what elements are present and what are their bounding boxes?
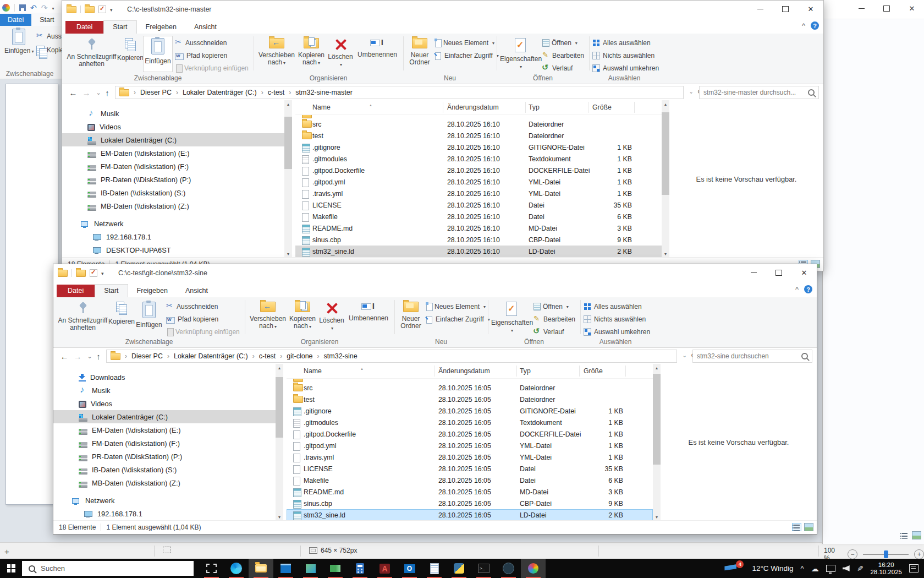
copy-path-button[interactable]: Pfad kopieren [166, 314, 218, 325]
address-dropdown-icon[interactable] [683, 352, 687, 358]
properties-check-icon[interactable] [90, 269, 97, 277]
sidebar-item[interactable]: FM-Daten (\\diskstation) (F:) [62, 160, 284, 173]
taskbar-app-paint[interactable] [521, 559, 546, 578]
search-input[interactable]: stm32-sine durchsuchen [692, 350, 812, 363]
address-dropdown-icon[interactable] [689, 89, 694, 95]
taskbar-app-python[interactable] [447, 559, 471, 578]
close-button[interactable] [798, 1, 823, 17]
history-button[interactable]: Verlauf [533, 326, 564, 337]
select-all-button[interactable]: Alles auswählen [592, 37, 651, 48]
taskbar-app-explorer[interactable] [249, 559, 273, 578]
invert-selection-button[interactable]: Auswahl umkehren [592, 63, 659, 74]
tray-expand-icon[interactable] [801, 564, 804, 572]
sidebar-item[interactable]: FM-Daten (\\diskstation) (F:) [53, 437, 276, 450]
file-row[interactable]: .gitignore 28.10.2025 16:05 GITIGNORE-Da… [287, 405, 653, 417]
column-name[interactable]: Name [312, 103, 331, 111]
copy-to-button[interactable]: Kopierennach▾ [287, 300, 318, 335]
close-button[interactable] [899, 0, 924, 17]
new-item-button[interactable]: Neues Element▾ [425, 301, 486, 312]
copy-button[interactable]: Kopieren [108, 300, 135, 335]
start-button[interactable] [0, 559, 22, 578]
breadcrumb-item[interactable]: Lokaler Datenträger (C:) [172, 89, 257, 96]
file-row[interactable]: .gitpod.yml 28.10.2025 16:10 YML-Datei 1… [295, 176, 662, 188]
close-button[interactable] [791, 264, 817, 281]
sidebar-item[interactable]: Videos [62, 120, 284, 133]
list-scrollbar[interactable] [653, 364, 661, 521]
sidebar-item[interactable]: Lokaler Datenträger (C:) [53, 410, 276, 423]
back-button[interactable] [59, 350, 70, 362]
forward-button[interactable] [81, 86, 92, 99]
nav-scrollbar[interactable] [276, 364, 283, 521]
pen-icon[interactable] [857, 564, 864, 573]
zoom-out-button[interactable]: − [848, 549, 857, 559]
breadcrumb[interactable]: Dieser PCLokaler Datenträger (C:)c-tests… [115, 86, 684, 99]
breadcrumb-item[interactable]: Dieser PC [120, 352, 163, 360]
column-name[interactable]: Name [304, 367, 322, 375]
cut-button[interactable]: Ausschneiden [175, 37, 227, 48]
search-input[interactable]: stm32-sine-master durchsuch... [699, 86, 819, 99]
sidebar-item[interactable]: Netzwerk [62, 217, 284, 230]
minimize-button[interactable] [849, 0, 874, 17]
file-row[interactable]: test 28.10.2025 16:10 Dateiordner [295, 130, 662, 141]
taskbar-app-photos[interactable] [298, 559, 323, 578]
properties-button[interactable]: Eigenschaften▾ [491, 300, 532, 335]
sidebar-item[interactable]: Musik [62, 107, 284, 120]
volume-icon[interactable] [843, 565, 850, 571]
sidebar-item[interactable]: PR-Daten (\\DiskStation) (P:) [53, 450, 276, 463]
nav-scrollbar[interactable] [284, 100, 292, 258]
file-row[interactable]: .gitignore 28.10.2025 16:10 GITIGNORE-Da… [295, 141, 662, 153]
sidebar-item[interactable]: Lokaler Datenträger (C:) [62, 133, 284, 146]
collapse-ribbon-icon[interactable] [802, 21, 805, 30]
taskbar-app-window[interactable] [273, 559, 298, 578]
breadcrumb-item[interactable]: stm32-sine-master [284, 89, 353, 96]
taskbar-app-calculator[interactable] [348, 559, 372, 578]
tab-freigeben[interactable]: Freigeben [137, 21, 185, 34]
paste-shortcut-button[interactable]: Verknüpfung einfügen [166, 326, 240, 337]
large-icons-view-button[interactable] [912, 531, 921, 539]
paint-paste-button[interactable]: Einfügen▾ [4, 29, 33, 54]
taskbar-app-browser[interactable] [496, 559, 521, 578]
paint-tab-datei[interactable]: Datei [0, 14, 31, 26]
move-to-button[interactable]: Verschiebennach▾ [258, 36, 295, 72]
undo-icon[interactable] [30, 3, 37, 12]
paste-shortcut-button[interactable]: Verknüpfung einfügen [175, 63, 249, 74]
new-folder-button[interactable]: NeuerOrdner [397, 300, 425, 335]
taskbar-app-snip[interactable] [199, 559, 224, 578]
sidebar-item[interactable]: Musik [53, 384, 276, 397]
edit-button[interactable]: Bearbeiten [533, 314, 575, 325]
details-view-button[interactable] [792, 523, 801, 531]
taskbar-app-terminal[interactable] [471, 559, 496, 578]
file-row[interactable]: .gitmodules 28.10.2025 16:05 Textdokumen… [287, 417, 653, 428]
details-view-button[interactable] [900, 531, 909, 539]
breadcrumb-item[interactable]: Dieser PC [129, 89, 172, 96]
file-row[interactable]: stm32_sine.ld 28.10.2025 16:10 LD-Datei … [295, 246, 662, 257]
column-type[interactable]: Typ [520, 367, 531, 375]
network-icon[interactable] [826, 565, 835, 572]
taskbar-app-outlook[interactable] [397, 559, 422, 578]
paste-button[interactable]: Einfügen [144, 36, 172, 72]
copy-button[interactable]: Kopieren [117, 36, 144, 72]
tab-ansicht[interactable]: Ansicht [185, 21, 226, 34]
paint-tab-start[interactable]: Start [31, 14, 62, 26]
taskbar-search-input[interactable]: Suchen [22, 561, 194, 576]
tab-datei[interactable]: Datei [57, 285, 95, 297]
history-button[interactable]: Verlauf [542, 63, 573, 74]
redo-icon[interactable] [41, 3, 48, 12]
taskbar-app-document[interactable] [422, 559, 447, 578]
quick-access-folder-icon[interactable] [85, 6, 95, 13]
sidebar-item[interactable]: MB-Daten (\\diskstation) (Z:) [62, 199, 284, 212]
copy-path-button[interactable]: Pfad kopieren [175, 50, 227, 61]
sidebar-item[interactable]: DESKTOP-IUPA6ST [62, 243, 284, 257]
sidebar-item[interactable]: 192.168.178.1 [62, 230, 284, 243]
breadcrumb[interactable]: Dieser PCLokaler Datenträger (C:)c-testg… [106, 350, 677, 363]
file-row[interactable]: README.md 28.10.2025 16:05 MD-Datei 3 KB [287, 486, 653, 498]
pin-quickaccess-button[interactable]: An Schnellzugriffanheften [65, 36, 118, 72]
easy-access-button[interactable]: Einfacher Zugriff▾ [425, 314, 490, 325]
file-row[interactable]: test 28.10.2025 16:05 Dateiordner [287, 394, 653, 405]
file-row[interactable]: src 28.10.2025 16:05 Dateiordner [287, 382, 653, 394]
easy-access-button[interactable]: Einfacher Zugriff▾ [434, 50, 499, 61]
column-size[interactable]: Größe [592, 103, 612, 111]
select-none-button[interactable]: Nichts auswählen [584, 314, 646, 325]
file-row[interactable]: README.md 28.10.2025 16:10 MD-Datei 3 KB [295, 222, 662, 234]
file-row[interactable]: .gitpod.Dockerfile 28.10.2025 16:05 DOCK… [287, 428, 653, 440]
